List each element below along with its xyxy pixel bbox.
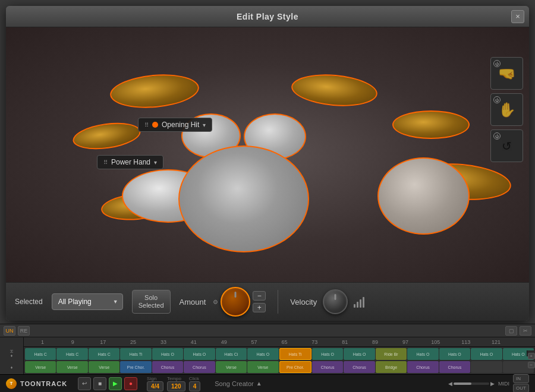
cymbal-ride[interactable] <box>392 110 470 139</box>
track-label-1: ♦ H <box>0 347 23 361</box>
seq-label-cell[interactable]: Chorus <box>439 361 470 373</box>
amount-plus-button[interactable]: + <box>253 303 266 312</box>
track-label-2: ♦ <box>0 361 23 374</box>
seq-cell[interactable]: Hats O <box>247 348 278 360</box>
cymbal-crash-left[interactable] <box>109 71 200 112</box>
seq-cell[interactable]: Hats O <box>184 348 215 360</box>
toontrack-logo-icon: T <box>6 378 17 389</box>
thumb-hand2-icon: ✋ <box>498 102 516 118</box>
record-button[interactable]: ● <box>124 377 137 390</box>
cut-tool-button[interactable]: ✂ <box>520 326 531 336</box>
midi-section: ◀ ▶ MIDI IN OUT <box>448 374 529 392</box>
sequencer-scrollbar: + − <box>527 350 535 356</box>
amount-knob[interactable] <box>221 287 250 317</box>
floor-tom[interactable] <box>377 157 470 235</box>
seq-cell[interactable]: Hats O <box>312 348 343 360</box>
play-button[interactable]: ▶ <box>109 377 122 390</box>
midi-label: MIDI <box>498 381 509 387</box>
solo-selected-button[interactable]: Solo Selected <box>132 290 171 314</box>
stop-button[interactable]: ■ <box>93 377 106 390</box>
seq-label-cell[interactable]: Chorus <box>407 361 438 373</box>
seq-label-cell[interactable]: Verse <box>89 361 119 373</box>
seq-cell-active[interactable]: Hats Ti <box>279 348 311 360</box>
sequencer-area: UN RE ▢ ✂ ♦ H ♦ 1 9 17 25 33 <box>0 324 535 392</box>
toontrack-logo: T TOONTRACK <box>6 378 67 389</box>
section-divider <box>278 290 278 314</box>
midi-in-button[interactable]: IN <box>513 374 529 383</box>
next-button[interactable]: ▶ <box>490 381 495 387</box>
prev-button[interactable]: ◀ <box>448 381 452 387</box>
close-button[interactable]: × <box>511 10 524 23</box>
thumb-hand1-icon: 🤜 <box>498 65 516 82</box>
toontrack-logo-text: TOONTRACK <box>20 380 67 387</box>
dropdown-arrow2-icon: ▾ <box>154 159 157 166</box>
song-creator-arrow-icon[interactable]: ▲ <box>256 380 262 387</box>
select-tool-button[interactable]: ▢ <box>505 326 517 336</box>
controls-bar: Selected All Playing None Custom Solo Se… <box>6 282 529 321</box>
seq-cell[interactable]: Hats O <box>471 348 502 360</box>
drag-handle2-icon: ⠿ <box>103 159 108 166</box>
amount-label: Amount <box>180 298 206 306</box>
velocity-knob[interactable] <box>323 289 348 314</box>
midi-out-button[interactable]: OUT <box>513 384 529 392</box>
cymbal-small-left[interactable] <box>71 119 143 153</box>
seq-label-cell[interactable]: Chorus <box>152 361 183 373</box>
seq-cell[interactable]: Hats C <box>89 348 119 360</box>
thumb-button-1[interactable]: ⏻ 🤜 <box>490 57 523 90</box>
seq-cell[interactable]: Hats O <box>344 348 374 360</box>
selected-dropdown[interactable]: All Playing None Custom <box>52 293 123 310</box>
opening-hit-text: Opening Hit <box>162 121 199 129</box>
selected-label: Selected <box>15 298 43 306</box>
sign-tempo-section: Sign 4/4 Tempo 120 Click 4 <box>147 376 200 391</box>
dropdown-arrow-icon: ▾ <box>203 122 206 128</box>
seq-label-cell-active[interactable]: Pre Chor. <box>279 361 311 373</box>
thumb-button-2[interactable]: ⏻ ✋ <box>490 93 523 126</box>
thumbnail-panel: ⏻ 🤜 ⏻ ✋ ⏻ ↺ <box>490 57 523 162</box>
transport-bar: T TOONTRACK ↩ ■ ▶ ● Sign 4/4 Tempo 120 C… <box>0 374 535 392</box>
seq-label-cell[interactable]: Verse <box>56 361 87 373</box>
seq-number-row: 1 9 17 25 33 41 49 57 65 73 81 89 97 105… <box>24 337 535 347</box>
seq-cell[interactable]: Hats C <box>25 348 56 360</box>
edit-playstyle-dialog: Edit Play Style × ⠿ Opening Hit ▾ ⠿ Powe… <box>6 6 529 321</box>
thumb-button-3[interactable]: ⏻ ↺ <box>490 129 523 162</box>
click-display[interactable]: 4 <box>189 381 201 391</box>
bass-drum[interactable] <box>178 146 309 252</box>
drum-kit-area: ⠿ Opening Hit ▾ ⠿ Power Hand ▾ ⏻ 🤜 ⏻ ✋ ⏻… <box>6 27 529 282</box>
dialog-title: Edit Play Style <box>237 12 298 21</box>
seq-label-cell[interactable]: Chorus <box>344 361 374 373</box>
seq-cell[interactable]: Hats Ti <box>120 348 151 360</box>
seq-label-cell[interactable]: Verse <box>247 361 278 373</box>
zoom-in-button[interactable]: + <box>528 353 535 359</box>
seq-cell[interactable]: Hats C <box>56 348 87 360</box>
seq-label-cell[interactable] <box>471 361 502 373</box>
settings-icon[interactable]: ⚙ <box>213 299 218 305</box>
seq-cell[interactable]: Hats O <box>439 348 470 360</box>
power-indicator-icon <box>152 122 158 128</box>
amount-controls: ⚙ − + <box>213 287 266 317</box>
rewind-button[interactable]: ↩ <box>78 377 91 390</box>
amount-minus-button[interactable]: − <box>253 291 266 301</box>
opening-hit-label[interactable]: ⠿ Opening Hit ▾ <box>138 118 212 132</box>
seq-label-cell[interactable]: Verse <box>25 361 56 373</box>
zoom-out-button[interactable]: − <box>528 362 535 368</box>
undo-button[interactable]: UN <box>4 326 15 336</box>
seq-label-cell[interactable]: Verse <box>216 361 247 373</box>
seq-label-cell[interactable]: Chorus <box>312 361 343 373</box>
amount-plusminus: − + <box>253 291 266 312</box>
seq-label-cell[interactable]: Bridge <box>376 361 407 373</box>
redo-button[interactable]: RE <box>18 326 30 336</box>
cymbal-crash-right-top[interactable] <box>290 71 379 109</box>
midi-slider[interactable] <box>454 382 489 385</box>
power-hand-label[interactable]: ⠿ Power Hand ▾ <box>97 155 163 169</box>
seq-cell[interactable]: Ride Br <box>376 348 407 360</box>
seq-label-cell[interactable]: Chorus <box>184 361 215 373</box>
seq-cell[interactable]: Hats O <box>152 348 183 360</box>
seq-cell[interactable]: Hats Ci <box>216 348 247 360</box>
tempo-display[interactable]: 120 <box>167 381 185 391</box>
seq-label-cell[interactable]: Pre Chor. <box>120 361 151 373</box>
seq-cell[interactable]: Hats O <box>407 348 438 360</box>
velocity-label: Velocity <box>290 298 317 306</box>
time-signature-display[interactable]: 4/4 <box>147 381 163 391</box>
thumb-loop3-icon: ↺ <box>502 139 512 153</box>
seq-track-row-1: Hats C Hats C Hats C Hats Ti Hats O Hats… <box>24 347 535 361</box>
